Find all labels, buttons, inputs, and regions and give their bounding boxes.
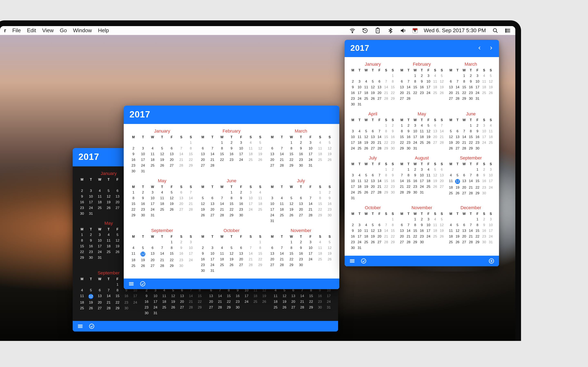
day-cell[interactable]: 18 bbox=[356, 184, 363, 190]
day-cell[interactable]: 5 bbox=[325, 239, 334, 245]
day-cell[interactable]: 27 bbox=[198, 163, 208, 168]
day-cell[interactable]: 12 bbox=[432, 173, 439, 178]
day-cell[interactable]: 7 bbox=[383, 222, 389, 228]
day-cell[interactable]: 12 bbox=[86, 293, 95, 300]
day-cell[interactable]: 27 bbox=[236, 262, 246, 268]
day-cell[interactable]: 11 bbox=[315, 245, 325, 251]
day-cell[interactable]: 3 bbox=[148, 190, 157, 195]
day-cell[interactable]: 9 bbox=[481, 173, 488, 178]
day-cell[interactable]: 29 bbox=[315, 212, 325, 218]
day-cell[interactable]: 25 bbox=[95, 205, 104, 211]
day-cell[interactable]: 10 bbox=[474, 79, 481, 84]
day-cell[interactable]: 16 bbox=[419, 84, 425, 90]
day-cell[interactable]: 15 bbox=[287, 251, 296, 257]
day-cell[interactable]: 22 bbox=[412, 90, 419, 96]
today-marker[interactable]: 12 bbox=[88, 294, 93, 299]
day-cell[interactable]: 3 bbox=[236, 140, 246, 146]
day-cell[interactable]: 12 bbox=[255, 146, 265, 151]
day-cell[interactable]: 16 bbox=[296, 151, 306, 157]
day-cell[interactable]: 12 bbox=[370, 228, 376, 234]
day-cell[interactable]: 18 bbox=[487, 134, 494, 140]
day-cell[interactable]: 25 bbox=[246, 157, 255, 163]
day-cell[interactable]: 2 bbox=[350, 222, 356, 228]
day-cell[interactable]: 21 bbox=[383, 90, 389, 96]
day-cell[interactable]: 11 bbox=[315, 146, 325, 151]
day-cell[interactable]: 27 bbox=[113, 205, 122, 211]
day-cell[interactable]: 25 bbox=[425, 184, 432, 190]
day-cell[interactable]: 15 bbox=[412, 228, 419, 234]
day-cell[interactable]: 5 bbox=[167, 190, 176, 195]
day-cell[interactable]: 26 bbox=[487, 90, 494, 96]
day-cell[interactable]: 3 bbox=[419, 167, 425, 173]
day-cell[interactable]: 23 bbox=[419, 234, 425, 239]
day-cell[interactable]: 30 bbox=[78, 211, 86, 217]
day-cell[interactable]: 9 bbox=[129, 151, 138, 157]
day-cell[interactable]: 18 bbox=[315, 151, 325, 157]
menu-edit[interactable]: Edit bbox=[27, 27, 36, 34]
day-cell[interactable]: 2 bbox=[227, 140, 236, 146]
day-cell[interactable]: 14 bbox=[246, 251, 255, 257]
day-cell[interactable]: 6 bbox=[448, 79, 454, 84]
day-cell[interactable]: 26 bbox=[260, 299, 269, 305]
day-cell[interactable]: 19 bbox=[198, 207, 208, 212]
day-cell[interactable]: 18 bbox=[363, 90, 370, 96]
day-cell[interactable]: 11 bbox=[277, 201, 287, 207]
day-cell[interactable]: 17 bbox=[306, 251, 315, 257]
day-cell[interactable]: 21 bbox=[461, 140, 467, 146]
day-cell[interactable]: 6 bbox=[236, 245, 246, 251]
day-cell[interactable]: 16 bbox=[138, 201, 148, 207]
day-cell[interactable]: 27 bbox=[398, 96, 405, 101]
day-cell[interactable]: 4 bbox=[363, 79, 370, 84]
day-cell[interactable]: 3 bbox=[306, 140, 315, 146]
day-cell[interactable]: 15 bbox=[224, 293, 233, 299]
day-cell[interactable]: 6 bbox=[176, 190, 186, 195]
day-cell[interactable]: 6 bbox=[296, 195, 306, 201]
day-cell[interactable]: 21 bbox=[208, 157, 217, 163]
day-cell[interactable]: 13 bbox=[461, 178, 467, 185]
day-cell[interactable]: 25 bbox=[363, 96, 370, 101]
timemachine-icon[interactable] bbox=[362, 27, 368, 34]
day-cell[interactable]: 13 bbox=[113, 194, 122, 200]
day-cell[interactable]: 17 bbox=[131, 293, 140, 300]
day-cell[interactable]: 16 bbox=[86, 243, 95, 249]
day-cell[interactable]: 18 bbox=[255, 201, 265, 207]
day-cell[interactable]: 15 bbox=[461, 84, 467, 90]
day-cell[interactable]: 24 bbox=[350, 190, 356, 195]
day-cell[interactable]: 13 bbox=[95, 293, 104, 300]
day-cell[interactable]: 2 bbox=[481, 167, 488, 173]
day-cell[interactable]: 24 bbox=[350, 146, 356, 151]
day-cell[interactable]: 23 bbox=[129, 163, 138, 168]
day-cell[interactable]: 3 bbox=[356, 222, 363, 228]
day-cell[interactable]: 11 bbox=[419, 128, 425, 134]
day-cell[interactable]: 9 bbox=[467, 79, 474, 84]
day-cell[interactable]: 13 bbox=[167, 151, 176, 157]
day-cell[interactable]: 17 bbox=[306, 151, 315, 157]
day-cell[interactable]: 12 bbox=[138, 251, 148, 257]
day-cell[interactable]: 20 bbox=[432, 134, 439, 140]
day-cell[interactable]: 7 bbox=[217, 195, 227, 201]
day-cell[interactable]: 1 bbox=[461, 73, 467, 79]
day-cell[interactable]: 21 bbox=[157, 257, 167, 263]
day-cell[interactable]: 12 bbox=[438, 222, 445, 228]
day-cell[interactable]: 7 bbox=[246, 245, 255, 251]
menu-icon[interactable] bbox=[77, 323, 83, 329]
day-cell[interactable]: 7 bbox=[383, 79, 389, 84]
day-cell[interactable]: 21 bbox=[405, 234, 412, 239]
day-cell[interactable]: 18 bbox=[363, 234, 370, 239]
day-cell[interactable]: 29 bbox=[186, 163, 196, 168]
day-cell[interactable]: 23 bbox=[474, 140, 481, 146]
day-cell[interactable]: 18 bbox=[160, 299, 169, 305]
day-cell[interactable]: 5 bbox=[438, 217, 445, 222]
day-cell[interactable]: 18 bbox=[104, 243, 113, 249]
day-cell[interactable]: 12 bbox=[370, 84, 376, 90]
day-cell[interactable]: 26 bbox=[432, 184, 439, 190]
day-cell[interactable]: 4 bbox=[78, 287, 86, 293]
day-cell[interactable]: 14 bbox=[215, 293, 224, 299]
day-cell[interactable]: 17 bbox=[356, 90, 363, 96]
day-cell[interactable]: 19 bbox=[113, 243, 122, 249]
day-cell[interactable]: 9 bbox=[350, 84, 356, 90]
day-cell[interactable]: 16 bbox=[389, 178, 396, 184]
day-cell[interactable]: 26 bbox=[104, 205, 113, 211]
day-cell[interactable]: 30 bbox=[198, 268, 208, 274]
day-cell[interactable]: 9 bbox=[389, 173, 396, 178]
